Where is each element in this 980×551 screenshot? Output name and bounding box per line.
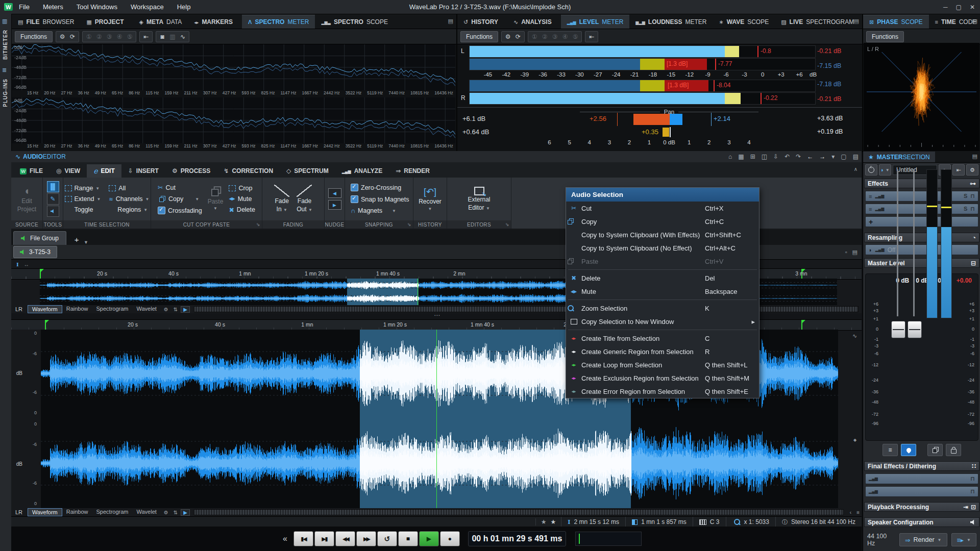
settings-gear-icon[interactable]: ⚙ xyxy=(503,32,512,41)
functions-button[interactable]: Functions xyxy=(866,31,904,42)
menu-item[interactable]: Help xyxy=(177,3,191,11)
float-panel-icon[interactable]: ▢ xyxy=(841,153,846,160)
time-display[interactable]: 00 h 01 mn 29 s 491 ms xyxy=(468,531,566,546)
context-menu-item[interactable]: Copy Selection to New Window xyxy=(566,315,759,328)
context-menu-item[interactable]: Create Exclusion Region from Selection Q… xyxy=(566,371,759,385)
effect-slot[interactable]: ≡▂▄▆S⊓ xyxy=(865,191,978,202)
ribbon-tab[interactable]: ANALYZE xyxy=(335,164,389,178)
refresh-icon[interactable]: ⟳ xyxy=(513,32,523,41)
rewind-button[interactable] xyxy=(335,531,355,546)
select-all-button[interactable]: All xyxy=(107,184,151,193)
context-menu-item[interactable]: Copy to System Clipboard (No Effect) Ctr… xyxy=(566,241,759,255)
panel-tab[interactable]: WAVESCOPE xyxy=(713,15,775,29)
view-mode-button[interactable]: Rainbow xyxy=(62,508,92,515)
status-item[interactable]: 2 mn 15 s 12 ms xyxy=(561,517,625,527)
collapse-ribbon-icon[interactable]: ∧ xyxy=(854,166,857,172)
panel-tab[interactable]: LOUDNESSMETER xyxy=(629,15,713,29)
file-tab[interactable]: 3-T25-3 xyxy=(13,246,57,258)
play-button[interactable] xyxy=(419,531,439,546)
time-selection-tool-button[interactable]: ▐▌ xyxy=(47,181,59,192)
effect-slot[interactable]: ≡▂▄▆S⊓ xyxy=(865,204,978,214)
nav-dropdown-icon[interactable]: ▾ xyxy=(831,153,835,160)
copy-button[interactable]: Copy▼ xyxy=(156,194,204,204)
collapse-transport-icon[interactable]: « xyxy=(283,534,287,543)
ribbon-tab[interactable]: EDIT xyxy=(87,164,121,178)
zero-crossing-checkbox[interactable]: Zero-Crossing xyxy=(349,183,403,192)
save-icon[interactable]: ⇩ xyxy=(773,153,778,160)
sidebar-tab-bitmeter[interactable]: BITMETER xyxy=(3,30,8,60)
sidebar-tab-plugins[interactable]: PLUG-INS xyxy=(3,79,8,107)
master-level-header[interactable]: Master Level⊟ xyxy=(864,258,979,268)
preset-5-icon[interactable]: ⑤ xyxy=(125,32,134,41)
forward-button[interactable] xyxy=(356,531,376,546)
pencil-tool-button[interactable]: ✎ xyxy=(47,193,59,205)
final-effects-header[interactable]: Final Effects / Dithering∷ xyxy=(864,461,979,471)
main-scrollbar[interactable] xyxy=(194,509,844,515)
play-view-icon[interactable]: ▶ xyxy=(181,509,190,516)
context-menu-item[interactable]: Zoom Selection K xyxy=(566,302,759,315)
go-to-end-button[interactable] xyxy=(314,531,334,546)
panel-options-icon[interactable]: ▤ xyxy=(854,18,859,24)
list-icon[interactable]: ≡ xyxy=(854,510,862,515)
cut-button[interactable]: ✂Cut xyxy=(156,183,204,192)
panel-tab[interactable]: PHASESCOPE xyxy=(863,15,929,29)
delete-button[interactable]: ✖Delete xyxy=(227,205,257,215)
add-effect-button[interactable]: + xyxy=(865,216,978,227)
region-marker[interactable] xyxy=(45,320,46,330)
display-settings-gear-icon[interactable]: ⚙ xyxy=(162,307,170,312)
close-button[interactable]: ✕ xyxy=(970,4,975,11)
view-mode-button[interactable]: Wavelet xyxy=(133,305,161,312)
playback-processing-header[interactable]: Playback Processing⇥⊡ xyxy=(864,502,979,512)
regions-button[interactable]: Regions▼ xyxy=(107,205,151,214)
mute-slot-icon[interactable]: ⊓ xyxy=(970,193,975,199)
preset-button[interactable]: ◗▼ xyxy=(879,164,891,176)
refresh-icon[interactable]: ⟳ xyxy=(68,32,77,41)
view-mode-button[interactable]: Spectrogram xyxy=(92,508,133,515)
mute-slot-icon[interactable]: ⊓ xyxy=(970,475,975,482)
final-effect-slot[interactable]: ▂▄▆⊓ xyxy=(865,486,978,497)
reset-icon[interactable]: ⇤ xyxy=(141,32,151,41)
functions-button[interactable]: Functions xyxy=(460,31,498,42)
droplet-icon[interactable] xyxy=(901,444,916,456)
panel-tab[interactable]: ANALYSIS xyxy=(507,15,561,29)
fade-out-button[interactable]: Fade Out ▼ xyxy=(297,185,312,213)
panel-tab[interactable]: SPECTROSCOPE xyxy=(315,15,394,29)
status-item[interactable]: Stereo 16 bit 44 100 Hz xyxy=(775,517,862,527)
panel-tab[interactable]: LIVESPECTROGRAM xyxy=(775,15,860,29)
context-menu-item[interactable] xyxy=(566,328,759,332)
view-mode-button[interactable]: Wavelet xyxy=(133,508,161,515)
fade-in-button[interactable]: Fade In ▼ xyxy=(274,185,289,213)
panel-options-icon[interactable]: ▤ xyxy=(448,18,453,24)
context-menu-item[interactable]: Delete Del xyxy=(566,271,759,285)
ribbon-tab[interactable]: FILE xyxy=(13,164,50,178)
menu-item[interactable]: Tool Windows xyxy=(77,3,117,11)
view-mode-button[interactable]: Rainbow xyxy=(62,305,92,312)
mute-slot-icon[interactable]: ⊓ xyxy=(970,488,975,495)
status-item[interactable]: C 3 xyxy=(693,517,726,527)
menu-item[interactable]: File xyxy=(19,3,30,11)
crop-button[interactable]: Crop xyxy=(227,184,257,193)
play-view-icon[interactable]: ▶ xyxy=(181,306,190,313)
ribbon-tab[interactable]: RENDER xyxy=(389,164,436,178)
context-menu-item[interactable]: Create Loop from Selection Q then Shift+… xyxy=(566,358,759,371)
context-menu-item[interactable]: Create Generic Region from Selection R xyxy=(566,345,759,358)
view-mode-button[interactable]: Waveform xyxy=(28,508,62,516)
preset-4-icon[interactable]: ④ xyxy=(115,32,124,41)
redo-icon[interactable]: ↷ xyxy=(796,153,801,160)
wave-zoom-icon[interactable]: ∿ xyxy=(852,333,857,339)
panel-tab[interactable]: FILEBROWSER xyxy=(12,15,80,29)
add-file-group-button[interactable]: + xyxy=(70,234,83,245)
view-mode-button[interactable]: Waveform xyxy=(28,305,62,313)
functions-button[interactable]: Functions xyxy=(15,31,53,42)
swap-channels-icon[interactable]: ⇅ xyxy=(172,510,180,515)
swap-channels-icon[interactable]: ⇅ xyxy=(172,307,180,312)
master-settings-gear-icon[interactable]: ⚙ xyxy=(966,164,978,176)
file-group-dropdown-icon[interactable]: ▼ xyxy=(84,240,88,245)
panel-menu-icon[interactable]: ▤ xyxy=(853,153,859,160)
snap-to-magnets-checkbox[interactable]: Snap to Magnets xyxy=(349,194,411,204)
maximize-button[interactable]: ▢ xyxy=(956,4,962,11)
mute-button[interactable]: ◀▶Mute xyxy=(227,194,257,204)
ribbon-tab[interactable]: SPECTRUM xyxy=(280,164,335,178)
panel-tab[interactable]: MARKERS xyxy=(188,15,242,29)
menu-item[interactable]: Meters xyxy=(43,3,63,11)
